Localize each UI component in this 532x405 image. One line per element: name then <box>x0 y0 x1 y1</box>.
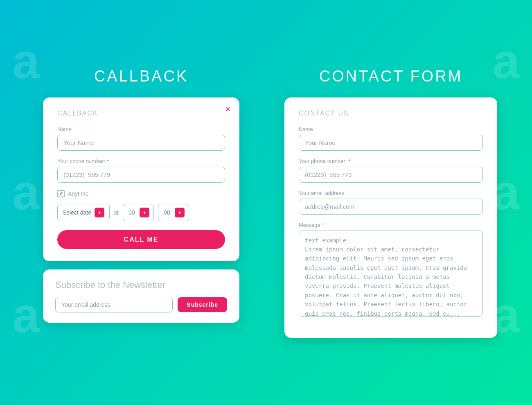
callback-name-field-group: Name <box>57 126 225 151</box>
anytime-label: Anytime <box>68 190 89 197</box>
subscribe-button[interactable]: Subscribe <box>178 297 227 312</box>
select-date-dropdown[interactable]: Select date ▾ <box>57 204 110 221</box>
anytime-checkbox[interactable]: ✓ <box>57 190 65 197</box>
at-label: at <box>114 209 119 216</box>
contact-message-textarea[interactable] <box>299 231 483 317</box>
callback-card: CALLBACK × Name Your phone number: * ✓ A… <box>43 97 239 261</box>
callback-column: CALLBACK CALLBACK × Name Your phone numb… <box>25 68 258 323</box>
newsletter-title: Subscribe to the Newsletter <box>55 280 227 290</box>
newsletter-card: Subscribe to the Newsletter Subscribe <box>43 269 239 323</box>
callback-phone-label: Your phone number: * <box>57 158 225 164</box>
call-me-button[interactable]: CALL ME <box>57 230 225 249</box>
required-star: * <box>107 158 109 164</box>
contact-phone-label: Your phone number: * <box>299 158 483 164</box>
checkbox-check-icon: ✓ <box>59 190 63 197</box>
contact-phone-field-group: Your phone number: * <box>299 158 483 183</box>
contact-card-title: CONTACT US <box>299 110 483 117</box>
newsletter-email-input[interactable] <box>55 297 173 312</box>
hour-value: 00 <box>127 209 136 216</box>
contact-message-field-group: Message * <box>299 222 483 318</box>
contact-name-label: Name <box>299 126 483 132</box>
select-date-text: Select date <box>63 209 91 216</box>
contact-column: CONTACT FORM CONTACT US Name Your phone … <box>274 68 507 338</box>
hour-dropdown[interactable]: 00 ▾ <box>123 204 154 221</box>
minute-dropdown[interactable]: 00 ▾ <box>158 204 189 221</box>
contact-column-title: CONTACT FORM <box>319 68 463 85</box>
contact-message-label: Message * <box>299 222 483 228</box>
minute-value: 00 <box>162 209 171 216</box>
contact-name-field-group: Name <box>299 126 483 151</box>
contact-email-field-group: Your email address <box>299 190 483 215</box>
callback-name-input[interactable] <box>57 135 225 151</box>
main-layout: CALLBACK CALLBACK × Name Your phone numb… <box>0 55 532 350</box>
date-row: Select date ▾ at 00 ▾ 00 ▾ <box>57 204 225 221</box>
close-button[interactable]: × <box>225 105 230 114</box>
anytime-checkbox-row: ✓ Anytime <box>57 190 225 197</box>
contact-phone-input[interactable] <box>299 167 483 183</box>
callback-card-title: CALLBACK <box>57 110 225 117</box>
contact-name-input[interactable] <box>299 135 483 151</box>
contact-email-input[interactable] <box>299 199 483 215</box>
contact-email-label: Your email address <box>299 190 483 196</box>
callback-phone-field-group: Your phone number: * <box>57 158 225 183</box>
select-date-chevron-icon: ▾ <box>95 208 104 217</box>
callback-name-label: Name <box>57 126 225 132</box>
callback-phone-input[interactable] <box>57 167 225 183</box>
hour-chevron-icon: ▾ <box>140 208 149 217</box>
newsletter-row: Subscribe <box>55 297 227 312</box>
minute-chevron-icon: ▾ <box>175 208 185 217</box>
contact-card: CONTACT US Name Your phone number: * You… <box>284 97 497 338</box>
contact-required-star: * <box>348 158 350 164</box>
callback-column-title: CALLBACK <box>94 68 189 85</box>
